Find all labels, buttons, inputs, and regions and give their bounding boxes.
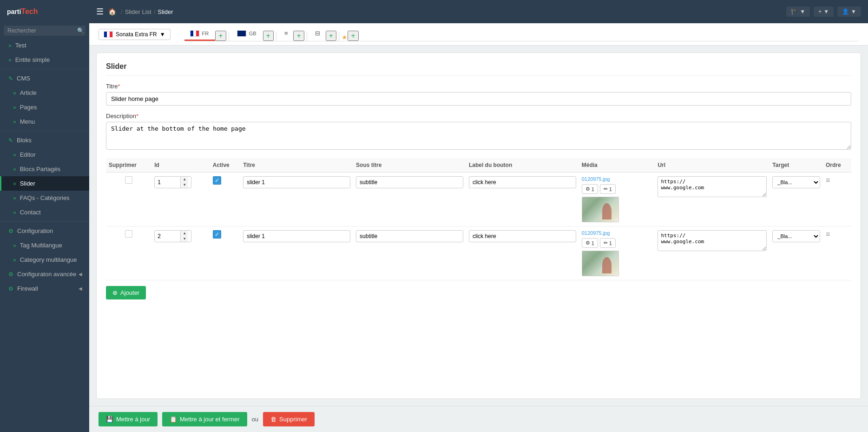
hamburger-icon[interactable]: ☰ [96,7,104,17]
label-bouton-input-2[interactable] [469,230,576,242]
save-close-icon: 📋 [170,416,177,423]
media-filename-1[interactable]: 0120975.jpg [582,176,652,182]
search-input[interactable] [7,27,77,34]
sidebar-item-contact[interactable]: » Contact [0,205,89,219]
target-select-1[interactable]: _Bla... _self _blank _parent [773,177,820,188]
url-input-wrap-2: https:// www.google.com [658,230,767,253]
label-bouton-cell-2 [466,226,579,280]
arrow-icon: » [13,119,16,125]
id-up-1[interactable]: ▲ [181,177,188,182]
sidebar-item-entite[interactable]: » Entite simple [0,53,89,67]
arrow-icon: » [13,209,16,216]
media-pencil-btn-2[interactable]: 1 [600,238,616,248]
num-arrows-2: ▲ ▼ [180,231,188,242]
plus-dropdown-button[interactable]: + ▼ [814,7,834,17]
titre-cell-1 [240,173,353,226]
divider [0,69,89,69]
sous-titre-input-1[interactable] [356,176,463,188]
media-cell-1: 0120975.jpg 1 1 [579,173,655,226]
config-icon: ⚙ [8,228,13,234]
gear-icon [585,240,590,246]
sidebar-item-category-multilangue[interactable]: » Category multilangue [0,253,89,267]
add-locale-columns-button[interactable]: + [326,31,336,41]
delete-checkbox-2[interactable] [125,230,132,238]
ou-text: ou [252,416,258,423]
locale-tab-fr[interactable]: FR [184,27,216,41]
locale-tab-other[interactable]: ≡ [279,27,294,41]
add-locale-other-button[interactable]: + [293,31,304,41]
id-input-2[interactable] [155,231,180,241]
titre-input-2[interactable] [243,230,350,242]
sidebar-item-faqs[interactable]: » FAQs - Catégories [0,191,89,205]
supprimer-cell-2 [106,226,151,280]
user-dropdown-arrow: ▼ [851,8,856,15]
locale-tab-gb[interactable]: GB [231,27,263,41]
divider [0,131,89,131]
pencil-icon [604,240,608,246]
media-gear-btn-1[interactable]: 1 [582,184,598,194]
sidebar-item-firewall[interactable]: ⚙ Firewall ◀ [0,281,89,296]
locale-tab-columns[interactable]: ⊟ [309,27,326,41]
add-locale-star-button[interactable]: + [348,31,358,41]
drag-handle-2[interactable]: ≡ [826,230,830,238]
active-checkbox-2[interactable]: ✓ [213,230,221,239]
breadcrumb-slider-list[interactable]: Slider List [125,8,151,15]
columns-icon: ⊟ [315,30,320,37]
user-dropdown-button[interactable]: 👤 ▼ [837,7,861,17]
add-locale-fr-button[interactable]: + [215,31,226,41]
sidebar-item-cms[interactable]: ✎ CMS [0,71,89,86]
home-icon[interactable]: 🏠 [108,8,116,15]
media-pencil-btn-1[interactable]: 1 [600,184,616,194]
id-input-1[interactable] [155,177,180,187]
url-textarea-2[interactable]: https:// www.google.com [658,230,767,251]
titre-input-1[interactable] [243,176,350,188]
id-up-2[interactable]: ▲ [181,231,188,236]
add-locale-gb-button[interactable]: + [263,31,274,41]
media-gear-btn-2[interactable]: 1 [582,238,598,248]
sidebar-label-article: Article [20,89,37,96]
sidebar-item-blocs-partages[interactable]: » Blocs Partagés [0,162,89,176]
id-down-1[interactable]: ▼ [181,182,188,188]
save-button[interactable]: 💾 Mettre à jour [99,412,158,426]
sidebar-item-tag-multilangue[interactable]: » Tag Multilangue [0,238,89,253]
arrow-icon: » [13,195,16,201]
flag-dropdown-button[interactable]: 🏴 ▼ [786,7,810,17]
media-actions-1: 1 1 [582,184,652,194]
sidebar-item-editor[interactable]: » Editor [0,147,89,162]
locale-bar: Sonata Extra FR ▼ FR + GB + ≡ [89,23,868,46]
save-close-button[interactable]: 📋 Mettre à jour et fermer [162,412,247,426]
target-select-2[interactable]: _Bla... _self _blank _parent [773,231,820,242]
sidebar-item-article[interactable]: » Article [0,86,89,100]
drag-handle-1[interactable]: ≡ [826,176,830,184]
sidebar-item-test[interactable]: » Test [0,38,89,53]
url-textarea-1[interactable]: https:// www.google.com [658,176,767,197]
sidebar-item-menu[interactable]: » Menu [0,114,89,129]
add-row-button[interactable]: ⊕ Ajouter [106,286,146,299]
sidebar-item-config-avancee[interactable]: ⚙ Configuraton avancée ◀ [0,267,89,281]
sous-titre-input-2[interactable] [356,230,463,242]
media-filename-2[interactable]: 0120975.jpg [582,230,652,236]
table-row: ▲ ▼ ✓ [106,226,851,280]
col-sous-titre: Sous titre [353,158,466,173]
active-checkbox-1[interactable]: ✓ [213,176,221,185]
sidebar-item-slider[interactable]: » Slider [0,176,89,191]
sidebar-search-wrapper: 🔍 [4,26,85,36]
user-icon: 👤 [842,8,849,15]
sidebar-item-config[interactable]: ⚙ Configuration [0,224,89,238]
delete-checkbox-1[interactable] [125,176,132,184]
titre-input[interactable] [106,92,851,106]
sidebar-label-contact: Contact [20,209,41,216]
label-bouton-input-1[interactable] [469,176,576,188]
description-textarea[interactable]: Slider at the bottom of the home page [106,122,851,150]
star-icon[interactable]: ★ [342,33,348,41]
media-cell-2: 0120975.jpg 1 1 [579,226,655,280]
locale-dropdown-button[interactable]: Sonata Extra FR ▼ [99,29,171,40]
id-down-2[interactable]: ▼ [181,236,188,242]
arrow-icon: » [13,166,16,173]
sous-titre-cell-2 [353,226,466,280]
table-header-row: Supprimer Id Active Titre Sous titre Lab… [106,158,851,173]
bloks-icon: ✎ [8,137,13,144]
sidebar-item-bloks[interactable]: ✎ Bloks [0,133,89,147]
delete-button[interactable]: 🗑 Supprimer [263,412,315,426]
sidebar-item-pages[interactable]: » Pages [0,100,89,114]
